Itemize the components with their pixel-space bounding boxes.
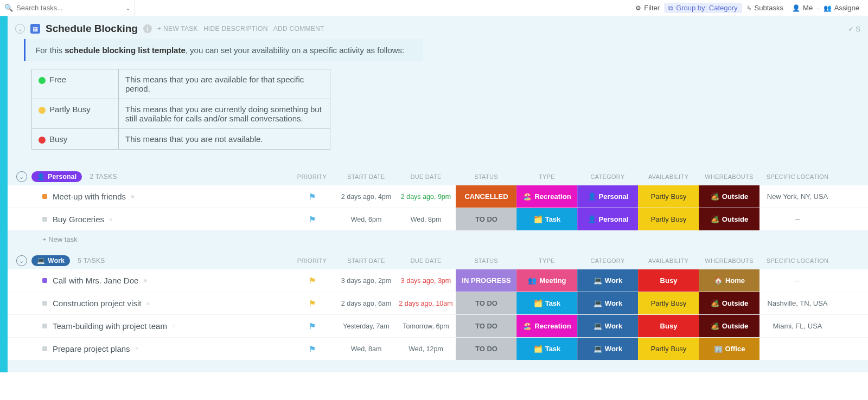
collapse-toggle[interactable]: ⌄ [15,24,25,34]
due-date[interactable]: Wed, 12pm [396,338,456,360]
filter-button[interactable]: ⚙ Filter [631,3,664,13]
start-date[interactable]: 2 days ago, 4pm [336,185,396,208]
category-tag[interactable]: 💻 Work [577,292,638,314]
status-tag[interactable]: TO DO [456,292,516,314]
col-whereabouts[interactable]: WHEREABOUTS [699,173,760,180]
group-collapse-toggle[interactable]: ⌄ [16,255,27,266]
priority-cell[interactable]: ⚑ [288,185,336,208]
start-date[interactable]: Wed, 8am [336,338,396,360]
category-tag[interactable]: 💻 Work [577,315,638,337]
availability-tag[interactable]: Partly Busy [638,208,699,230]
whereabouts-tag[interactable]: 🏕️ Outside [699,292,760,314]
check-s[interactable]: ✓ S [848,25,860,33]
due-date[interactable]: 2 days ago, 9pm [396,185,456,208]
hide-description-button[interactable]: HIDE DESCRIPTION [203,25,268,33]
col-category[interactable]: CATEGORY [577,257,638,264]
availability-tag[interactable]: Partly Busy [638,185,699,208]
whereabouts-tag[interactable]: 🏢 Office [699,338,760,360]
location-cell[interactable]: – [760,269,835,292]
new-task-button[interactable]: + NEW TASK [157,25,198,33]
col-availability[interactable]: AVAILABILITY [638,257,699,264]
col-category[interactable]: CATEGORY [577,173,638,180]
grip-icon[interactable]: ≡ [144,278,147,283]
due-date[interactable]: 2 days ago, 10am [396,292,456,314]
priority-cell[interactable]: ⚑ [288,208,336,230]
assignee-button[interactable]: 👥 Assigne [819,3,864,13]
status-tag[interactable]: CANCELLED [456,185,516,208]
grip-icon[interactable]: ≡ [173,323,176,329]
group-pill[interactable]: 👤 Personal [31,171,82,182]
col-availability[interactable]: AVAILABILITY [638,173,699,180]
grip-icon[interactable]: ≡ [131,193,135,199]
location-cell[interactable] [760,338,835,360]
status-square-icon[interactable] [42,346,47,351]
type-tag[interactable]: 🗂️ Task [516,292,577,314]
new-task-link[interactable]: + New task [8,231,868,243]
col-start[interactable]: START DATE [336,257,396,264]
info-icon[interactable]: i [143,24,152,33]
start-date[interactable]: Wed, 6pm [336,208,396,230]
search-input[interactable] [16,4,122,12]
col-whereabouts[interactable]: WHEREABOUTS [699,257,760,264]
type-tag[interactable]: 👥 Meeting [516,269,577,292]
whereabouts-tag[interactable]: 🏕️ Outside [699,315,760,337]
task-name[interactable]: Construction project visit [53,299,141,308]
start-date[interactable]: Yesterday, 7am [336,315,396,337]
col-status[interactable]: STATUS [456,257,516,264]
type-tag[interactable]: 🏖️ Recreation [516,185,577,208]
category-tag[interactable]: 💻 Work [577,269,638,292]
category-tag[interactable]: 💻 Work [577,338,638,360]
task-name[interactable]: Call with Mrs. Jane Doe [53,276,138,285]
add-comment-button[interactable]: ADD COMMENT [273,25,324,33]
task-row[interactable]: Prepare project plans ≡ ⚑ Wed, 8am Wed, … [8,338,868,360]
status-tag[interactable]: TO DO [456,338,516,360]
type-tag[interactable]: 🗂️ Task [516,208,577,230]
task-row[interactable]: Construction project visit ≡ ⚑ 2 days ag… [8,292,868,315]
col-priority[interactable]: PRIORITY [288,173,336,180]
grip-icon[interactable]: ≡ [146,300,150,306]
col-location[interactable]: SPECIFIC LOCATION [760,173,835,180]
priority-cell[interactable]: ⚑ [288,315,336,337]
location-cell[interactable]: Miami, FL, USA [760,315,835,337]
priority-cell[interactable]: ⚑ [288,338,336,360]
task-name[interactable]: Team-building with project team [53,321,167,331]
status-square-icon[interactable] [42,194,47,199]
whereabouts-tag[interactable]: 🏕️ Outside [699,208,760,230]
due-date[interactable]: 3 days ago, 3pm [396,269,456,292]
col-start[interactable]: START DATE [336,173,396,180]
type-tag[interactable]: 🗂️ Task [516,338,577,360]
availability-tag[interactable]: Partly Busy [638,292,699,314]
status-square-icon[interactable] [42,278,47,283]
task-row[interactable]: Call with Mrs. Jane Doe ≡ ⚑ 3 days ago, … [8,269,868,292]
due-date[interactable]: Tomorrow, 6pm [396,315,456,337]
priority-cell[interactable]: ⚑ [288,269,336,292]
category-tag[interactable]: 👤 Personal [577,185,638,208]
group-collapse-toggle[interactable]: ⌄ [16,171,27,182]
priority-cell[interactable]: ⚑ [288,292,336,314]
task-row[interactable]: Team-building with project team ≡ ⚑ Yest… [8,315,868,338]
location-cell[interactable]: Nashville, TN, USA [760,292,835,314]
status-square-icon[interactable] [42,217,47,222]
task-row[interactable]: Meet-up with friends ≡ ⚑ 2 days ago, 4pm… [8,185,868,208]
group-by-button[interactable]: ⧉ Group by: Category [664,3,742,13]
availability-tag[interactable]: Partly Busy [638,338,699,360]
me-button[interactable]: 👤 Me [788,3,817,13]
task-name[interactable]: Meet-up with friends [53,192,126,201]
location-cell[interactable]: New York, NY, USA [760,185,835,208]
status-tag[interactable]: IN PROGRESS [456,269,516,292]
col-type[interactable]: TYPE [516,257,577,264]
subtasks-button[interactable]: ↳ Subtasks [742,3,788,13]
status-square-icon[interactable] [42,324,47,328]
task-name[interactable]: Prepare project plans [53,344,130,353]
status-tag[interactable]: TO DO [456,315,516,337]
col-due[interactable]: DUE DATE [396,257,456,264]
start-date[interactable]: 3 days ago, 2pm [336,269,396,292]
whereabouts-tag[interactable]: 🏕️ Outside [699,185,760,208]
grip-icon[interactable]: ≡ [110,216,113,222]
col-status[interactable]: STATUS [456,173,516,180]
availability-tag[interactable]: Busy [638,315,699,337]
start-date[interactable]: 2 days ago, 6am [336,292,396,314]
grip-icon[interactable]: ≡ [136,346,139,352]
status-square-icon[interactable] [42,301,47,306]
group-pill[interactable]: 💻 Work [31,255,70,266]
